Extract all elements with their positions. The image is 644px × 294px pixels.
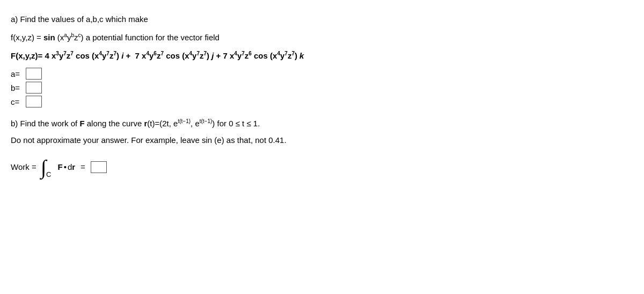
equals-sign: = xyxy=(80,162,85,171)
b-label: b= xyxy=(11,83,24,92)
dr-label: dr xyxy=(68,162,75,171)
integral-symbol-container: ∫ C xyxy=(41,157,54,177)
section-b: b) Find the work of F along the curve r(… xyxy=(11,117,633,177)
b-input-row: b= xyxy=(11,82,633,94)
a-input-row: a= xyxy=(11,68,633,80)
f-dot-dr: F • dr xyxy=(57,162,75,171)
part-b-line1: b) Find the work of F along the curve r(… xyxy=(11,117,633,131)
c-input-row: c= xyxy=(11,96,633,107)
a-answer-box[interactable] xyxy=(26,68,42,80)
part-b-line2: Do not approximate your answer. For exam… xyxy=(11,134,633,147)
work-label: Work = xyxy=(11,162,36,171)
part-a-header: a) Find the values of a,b,c which make xyxy=(11,13,633,26)
a-label: a= xyxy=(11,69,24,78)
section-a: a) Find the values of a,b,c which make f… xyxy=(11,13,633,107)
dot-symbol: • xyxy=(64,162,67,171)
integral-subscript: C xyxy=(46,170,51,178)
integral-symbol: ∫ xyxy=(41,157,46,177)
f-vector-label: F xyxy=(57,162,62,171)
c-answer-box[interactable] xyxy=(26,96,42,107)
fxyz-line: f(x,y,z) = sin (xaybzc) a potential func… xyxy=(11,31,633,44)
abc-inputs: a= b= c= xyxy=(11,68,633,107)
work-answer-box[interactable] xyxy=(91,161,107,173)
Fxyz-line: F(x,y,z)= 4 x3y7z7 cos (x4y7z7) i + 7 x4… xyxy=(11,49,633,62)
c-label: c= xyxy=(11,97,24,106)
b-answer-box[interactable] xyxy=(26,82,42,94)
work-row: Work = ∫ C F • dr = xyxy=(11,157,633,177)
